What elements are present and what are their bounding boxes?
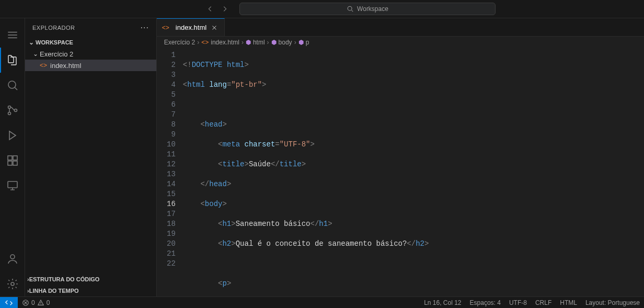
- editor-tabs: <> index.html: [157, 18, 644, 37]
- timeline-label: LINHA DO TEMPO: [29, 288, 79, 294]
- eol-button[interactable]: CRLF: [531, 299, 556, 306]
- svg-point-4: [8, 81, 16, 88]
- workspace-label: WORKSPACE: [36, 39, 73, 45]
- explorer-sidebar: EXPLORADOR ··· ⌄WORKSPACE ⌄Exercício 2 <…: [25, 18, 157, 296]
- remote-explorer-tab[interactable]: [0, 173, 25, 198]
- nav-back-button[interactable]: [204, 3, 216, 15]
- command-center-search[interactable]: Workspace: [239, 3, 496, 15]
- encoding-button[interactable]: UTF-8: [505, 299, 531, 306]
- folder-label: Exercício 2: [40, 50, 73, 58]
- run-debug-tab[interactable]: [0, 123, 25, 148]
- extensions-tab[interactable]: [0, 148, 25, 173]
- breadcrumb-file[interactable]: index.html: [211, 39, 239, 46]
- activity-bar: [0, 18, 25, 296]
- svg-rect-11: [13, 161, 17, 165]
- outline-label: ESTRUTURA DO CÓDIGO: [29, 276, 100, 282]
- error-icon: [22, 299, 29, 306]
- sidebar-title: EXPLORADOR: [32, 25, 75, 31]
- explorer-tab[interactable]: [0, 48, 25, 73]
- warning-icon: [37, 299, 44, 306]
- indentation-button[interactable]: Espaços: 4: [466, 299, 505, 306]
- status-bar: 0 0 Ln 16, Col 12 Espaços: 4 UTF-8 CRLF …: [0, 296, 644, 308]
- breadcrumb[interactable]: Exercício 2› <>index.html› ⬢html› ⬢body›…: [157, 37, 644, 48]
- svg-rect-2: [8, 35, 17, 36]
- breadcrumb-symbol[interactable]: p: [306, 39, 309, 46]
- svg-rect-10: [8, 161, 12, 165]
- accounts-button[interactable]: [0, 246, 25, 271]
- timeline-panel[interactable]: ›LINHA DO TEMPO: [25, 285, 156, 296]
- html-file-icon: <>: [40, 62, 47, 69]
- tab-index-html[interactable]: <> index.html: [157, 18, 225, 36]
- close-tab-button[interactable]: [210, 23, 219, 32]
- file-label: index.html: [50, 62, 81, 70]
- settings-button[interactable]: [0, 271, 25, 296]
- nav-forward-button[interactable]: [218, 3, 231, 15]
- editor-area: <> index.html Exercício 2› <>index.html›…: [157, 18, 644, 296]
- breadcrumb-symbol[interactable]: html: [253, 39, 265, 46]
- source-control-tab[interactable]: [0, 98, 25, 123]
- search-placeholder: Workspace: [357, 5, 388, 13]
- sidebar-more-button[interactable]: ···: [141, 23, 149, 32]
- svg-point-6: [8, 112, 10, 115]
- svg-rect-9: [13, 156, 17, 160]
- svg-rect-3: [8, 38, 17, 39]
- menu-button[interactable]: [0, 22, 25, 48]
- folder-row[interactable]: ⌄Exercício 2: [25, 48, 156, 60]
- chevron-down-icon: ⌄: [31, 50, 40, 58]
- svg-point-5: [8, 106, 10, 109]
- search-icon: [347, 5, 354, 13]
- workspace-section[interactable]: ⌄WORKSPACE: [25, 37, 156, 48]
- language-mode-button[interactable]: HTML: [556, 299, 581, 306]
- svg-point-13: [10, 255, 15, 259]
- svg-point-7: [14, 109, 17, 112]
- svg-point-14: [11, 282, 14, 286]
- breadcrumb-symbol[interactable]: body: [279, 39, 292, 46]
- outline-panel[interactable]: ›ESTRUTURA DO CÓDIGO: [25, 273, 156, 285]
- svg-rect-1: [8, 32, 17, 33]
- line-gutter: 12345678910111213141516171819202122: [157, 48, 183, 296]
- symbol-icon: ⬢: [246, 39, 251, 46]
- svg-rect-12: [8, 181, 17, 188]
- symbol-icon: ⬢: [271, 39, 277, 46]
- html-file-icon: <>: [162, 24, 169, 31]
- chevron-down-icon: ⌄: [27, 39, 36, 46]
- search-tab[interactable]: [0, 73, 25, 98]
- svg-point-0: [348, 6, 352, 10]
- breadcrumb-folder[interactable]: Exercício 2: [164, 39, 195, 46]
- code-editor[interactable]: 12345678910111213141516171819202122 <!DO…: [157, 48, 644, 296]
- file-row-index-html[interactable]: <>index.html: [25, 60, 156, 71]
- keyboard-layout-button[interactable]: Layout: Portuguese: [581, 299, 644, 306]
- symbol-icon: ⬢: [298, 39, 304, 46]
- code-lines[interactable]: <!DOCTYPE html> <html lang="pt-br"> <hea…: [183, 48, 644, 296]
- tab-label: index.html: [176, 24, 206, 31]
- cursor-position[interactable]: Ln 16, Col 12: [420, 299, 465, 306]
- svg-rect-8: [8, 156, 12, 160]
- html-file-icon: <>: [201, 39, 209, 46]
- problems-button[interactable]: 0 0: [18, 299, 54, 306]
- title-bar: Workspace: [0, 0, 644, 18]
- remote-button[interactable]: [0, 297, 18, 308]
